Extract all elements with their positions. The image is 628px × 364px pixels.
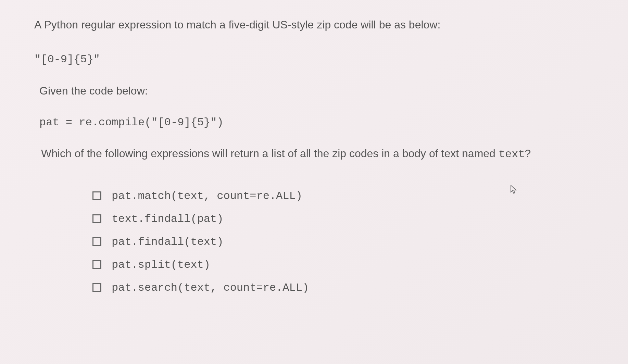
option-label: pat.search(text, count=re.ALL) (112, 281, 309, 294)
option-label: pat.findall(text) (112, 236, 223, 248)
option-row: pat.search(text, count=re.ALL) (92, 281, 594, 294)
checkbox-option-0[interactable] (92, 191, 101, 200)
option-label: pat.match(text, count=re.ALL) (112, 190, 302, 202)
regex-pattern: "[0-9]{5}" (34, 53, 594, 66)
option-row: pat.findall(text) (92, 236, 594, 248)
option-row: pat.split(text) (92, 259, 594, 271)
option-label: text.findall(pat) (112, 213, 223, 225)
question-intro: A Python regular expression to match a f… (34, 17, 594, 33)
prompt-code-word: text (499, 148, 525, 161)
checkbox-option-1[interactable] (92, 214, 101, 223)
prompt-suffix: ? (525, 147, 531, 160)
prompt-prefix: Which of the following expressions will … (41, 147, 499, 160)
code-snippet: pat = re.compile("[0-9]{5}") (39, 116, 594, 129)
option-label: pat.split(text) (112, 259, 210, 271)
question-container: A Python regular expression to match a f… (34, 17, 594, 294)
option-row: pat.match(text, count=re.ALL) (92, 190, 594, 202)
question-prompt: Which of the following expressions will … (41, 146, 594, 162)
checkbox-option-2[interactable] (92, 237, 101, 246)
checkbox-option-3[interactable] (92, 260, 101, 269)
checkbox-option-4[interactable] (92, 283, 101, 292)
option-row: text.findall(pat) (92, 213, 594, 225)
options-list: pat.match(text, count=re.ALL) text.finda… (92, 190, 594, 294)
given-code-label: Given the code below: (39, 85, 594, 97)
